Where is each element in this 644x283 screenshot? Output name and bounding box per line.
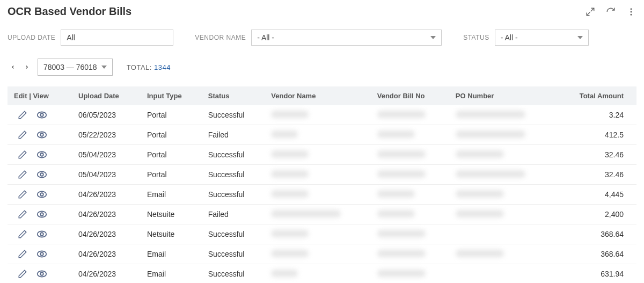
edit-icon[interactable]	[17, 149, 28, 160]
svg-point-6	[40, 133, 43, 136]
redacted-value	[271, 170, 309, 178]
cell-po-number	[449, 264, 555, 284]
redacted-value	[271, 111, 309, 118]
cell-vendor-bill-no	[371, 125, 449, 145]
cell-input-type: Netsuite	[141, 224, 202, 244]
cell-status: Successful	[202, 165, 265, 185]
cell-total-amount: 2,400	[555, 205, 636, 224]
view-icon[interactable]	[36, 189, 47, 200]
redacted-value	[271, 270, 298, 277]
view-icon[interactable]	[36, 209, 47, 220]
redacted-value	[377, 130, 415, 138]
expand-icon[interactable]	[585, 6, 596, 17]
refresh-icon[interactable]	[605, 6, 616, 17]
table-row: 05/22/2023PortalFailed412.5	[8, 125, 636, 145]
table-header-row: Edit | View Upload Date Input Type Statu…	[8, 86, 636, 105]
cell-vendor-bill-no	[371, 205, 449, 224]
total-count: 1344	[154, 63, 171, 71]
col-total-amount[interactable]: Total Amount	[555, 86, 636, 105]
redacted-value	[271, 230, 309, 237]
cell-status: Successful	[202, 105, 265, 125]
cell-upload-date: 05/04/2023	[72, 165, 141, 185]
cell-input-type: Portal	[141, 145, 202, 165]
pager-range-select[interactable]: 78003 — 76018	[38, 59, 113, 76]
edit-icon[interactable]	[17, 249, 28, 259]
edit-icon[interactable]	[17, 110, 28, 120]
cell-vendor-bill-no	[371, 185, 449, 205]
cell-upload-date: 04/26/2023	[72, 264, 141, 284]
cell-total-amount: 412.5	[555, 125, 636, 145]
cell-vendor-bill-no	[371, 264, 449, 284]
redacted-value	[377, 230, 426, 237]
redacted-value	[271, 210, 341, 217]
view-icon[interactable]	[36, 149, 47, 160]
svg-point-2	[631, 13, 632, 15]
table-row: 04/26/2023NetsuiteFailed2,400	[8, 205, 636, 224]
redacted-value	[456, 210, 504, 217]
view-icon[interactable]	[36, 129, 47, 140]
redacted-value	[456, 170, 525, 178]
cell-input-type: Email	[141, 244, 202, 264]
redacted-value	[456, 150, 504, 158]
filter-label-upload-date: UPLOAD DATE	[8, 34, 55, 41]
edit-icon[interactable]	[17, 229, 28, 240]
more-menu-icon[interactable]	[626, 6, 636, 17]
col-editview[interactable]: Edit | View	[8, 86, 72, 105]
cell-po-number	[449, 125, 555, 145]
col-upload-date[interactable]: Upload Date	[72, 86, 141, 105]
svg-point-1	[631, 11, 632, 12]
svg-point-9	[38, 172, 47, 178]
col-vendor-bill-no[interactable]: Vendor Bill No	[371, 86, 449, 105]
cell-total-amount: 631.94	[555, 264, 636, 284]
col-vendor-name[interactable]: Vendor Name	[265, 86, 370, 105]
cell-input-type: Portal	[141, 125, 202, 145]
filter-input-upload-date[interactable]: All	[61, 30, 173, 46]
pager-prev-button[interactable]	[10, 62, 16, 72]
filter-bar: UPLOAD DATE All VENDOR NAME - All - STAT…	[8, 30, 636, 46]
col-po-number[interactable]: PO Number	[449, 86, 555, 105]
cell-vendor-bill-no	[371, 244, 449, 264]
redacted-value	[456, 111, 525, 118]
cell-input-type: Email	[141, 264, 202, 284]
page-title: OCR Based Vendor Bills	[8, 5, 131, 18]
filter-select-status[interactable]: - All -	[495, 30, 589, 46]
col-status[interactable]: Status	[202, 86, 265, 105]
svg-point-17	[38, 251, 47, 257]
edit-icon[interactable]	[17, 189, 28, 200]
edit-icon[interactable]	[17, 129, 28, 140]
cell-vendor-name	[265, 145, 370, 165]
chevron-down-icon	[430, 36, 436, 39]
cell-vendor-bill-no	[371, 165, 449, 185]
edit-icon[interactable]	[17, 169, 28, 180]
page-header: OCR Based Vendor Bills	[8, 5, 636, 18]
cell-total-amount: 368.64	[555, 244, 636, 264]
cell-total-amount: 4,445	[555, 185, 636, 205]
filter-label-status: STATUS	[463, 34, 489, 41]
redacted-value	[377, 250, 426, 257]
cell-input-type: Email	[141, 185, 202, 205]
edit-icon[interactable]	[17, 269, 28, 279]
redacted-value	[271, 250, 309, 257]
col-input-type[interactable]: Input Type	[141, 86, 202, 105]
filter-select-vendor-name[interactable]: - All -	[251, 30, 442, 46]
cell-upload-date: 04/26/2023	[72, 244, 141, 264]
view-icon[interactable]	[36, 269, 47, 279]
filter-label-vendor-name: VENDOR NAME	[195, 34, 246, 41]
view-icon[interactable]	[36, 169, 47, 180]
svg-point-13	[38, 212, 47, 217]
cell-po-number	[449, 205, 555, 224]
view-icon[interactable]	[36, 249, 47, 259]
filter-value-vendor-name: - All -	[257, 33, 274, 42]
svg-point-4	[40, 113, 43, 117]
pager-next-button[interactable]	[24, 62, 30, 72]
redacted-value	[377, 270, 426, 277]
view-icon[interactable]	[36, 229, 47, 240]
edit-icon[interactable]	[17, 209, 28, 220]
svg-point-14	[40, 213, 43, 216]
svg-point-7	[38, 152, 47, 158]
view-icon[interactable]	[36, 110, 47, 120]
cell-total-amount: 368.64	[555, 224, 636, 244]
filter-value-upload-date: All	[67, 33, 75, 42]
svg-point-3	[38, 112, 47, 118]
svg-point-5	[38, 132, 47, 138]
